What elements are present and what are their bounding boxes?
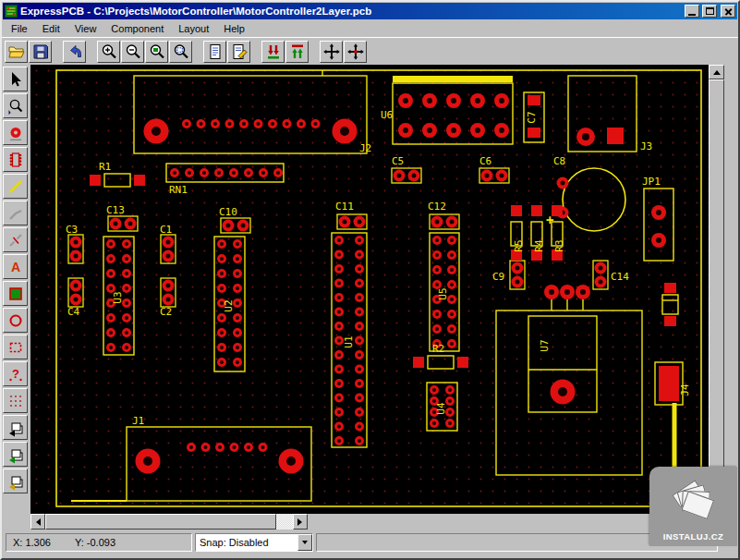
up-arrow-icon bbox=[713, 67, 721, 75]
tool-zoom[interactable] bbox=[3, 93, 28, 118]
pcb-label-J4: J4 bbox=[679, 383, 691, 396]
disconnect-icon bbox=[6, 231, 25, 250]
pcb-canvas[interactable]: J2U6C7J3C5C6C8+JP1R1RN1C13C10C11C12R5R4R… bbox=[30, 65, 709, 514]
zoom-in-icon bbox=[100, 43, 118, 61]
toolbar bbox=[2, 37, 738, 65]
right-filler bbox=[724, 65, 738, 514]
snap-value: Snap: Disabled bbox=[196, 537, 297, 548]
save-button[interactable] bbox=[29, 41, 52, 63]
right-arrow-icon bbox=[297, 518, 306, 526]
tool-place-rectangle[interactable] bbox=[3, 335, 28, 359]
zoom-board-button[interactable] bbox=[145, 41, 168, 63]
pcb-label-C2: C2 bbox=[160, 306, 172, 318]
tool-disconnect[interactable] bbox=[3, 227, 28, 252]
vertical-scroll-track[interactable] bbox=[709, 79, 724, 499]
tool-place-pad[interactable] bbox=[3, 120, 28, 145]
question-icon: ? bbox=[12, 367, 19, 381]
zoom-out-button[interactable] bbox=[121, 41, 144, 63]
tool-layer-black[interactable] bbox=[3, 415, 28, 440]
vertical-scrollbar[interactable] bbox=[709, 65, 724, 514]
menubar: File Edit View Component Layout Help bbox=[2, 20, 738, 37]
chevron-down-icon bbox=[302, 541, 308, 547]
undo-button[interactable] bbox=[63, 41, 86, 63]
component-properties-button[interactable] bbox=[227, 41, 250, 63]
page-pencil-icon bbox=[230, 43, 249, 61]
tool-place-plane[interactable] bbox=[3, 281, 28, 306]
menu-edit[interactable]: Edit bbox=[35, 21, 67, 36]
tool-place-text[interactable]: A bbox=[3, 254, 28, 279]
snap-dropdown[interactable]: Snap: Disabled bbox=[195, 533, 313, 552]
pcb-label-J1: J1 bbox=[132, 415, 144, 427]
pcb-label-J3: J3 bbox=[640, 140, 652, 152]
zoom-in-button[interactable] bbox=[97, 41, 120, 63]
center-button[interactable] bbox=[344, 41, 367, 63]
zoom-previous-button[interactable] bbox=[169, 41, 192, 63]
scroll-up-button[interactable] bbox=[709, 65, 724, 79]
corner-icon bbox=[6, 204, 25, 223]
installuj-watermark: INSTALUJ.CZ bbox=[649, 467, 737, 546]
circle-icon bbox=[6, 311, 25, 330]
bottom-layer-icon bbox=[288, 43, 307, 61]
scroll-right-button[interactable] bbox=[293, 514, 308, 530]
minimize-icon bbox=[688, 14, 696, 16]
close-button[interactable] bbox=[721, 5, 735, 18]
tool-place-circle[interactable] bbox=[3, 308, 28, 333]
minimize-button[interactable] bbox=[685, 5, 699, 18]
vertical-scroll-thumb[interactable] bbox=[709, 79, 724, 486]
pcb-label-U1: U1 bbox=[343, 335, 355, 347]
zoom-previous-icon bbox=[172, 43, 190, 61]
horizontal-scroll-track[interactable] bbox=[45, 514, 293, 530]
left-arrow-icon bbox=[32, 518, 41, 526]
tool-place-component[interactable] bbox=[3, 147, 28, 172]
open-button[interactable] bbox=[5, 41, 28, 63]
pan-button[interactable] bbox=[320, 41, 343, 63]
pcb-label-JP1: JP1 bbox=[642, 176, 661, 188]
horizontal-scrollbar[interactable] bbox=[30, 514, 308, 530]
menu-layout[interactable]: Layout bbox=[171, 21, 216, 36]
pcb-label-R5: R5 bbox=[513, 239, 525, 251]
plane-icon bbox=[6, 285, 25, 303]
horizontal-scroll-thumb[interactable] bbox=[45, 514, 276, 530]
maximize-button[interactable] bbox=[702, 5, 717, 18]
menu-component[interactable]: Component bbox=[103, 21, 171, 36]
board-properties-button[interactable] bbox=[203, 41, 226, 63]
pcb-label-U3: U3 bbox=[112, 291, 124, 303]
layers-green-icon bbox=[6, 445, 25, 464]
dropdown-button[interactable] bbox=[297, 534, 312, 551]
statusbar: X: 1.306 Y: -0.093 Snap: Disabled bbox=[2, 530, 738, 558]
pcb-label-C13: C13 bbox=[106, 204, 125, 216]
titlebar[interactable]: ExpressPCB - C:\Projects\MotorController… bbox=[3, 3, 737, 19]
pcb-label-R1: R1 bbox=[99, 161, 111, 173]
text-tool-icon: A bbox=[10, 260, 19, 274]
tool-layer-green[interactable] bbox=[3, 442, 28, 467]
tool-component-info[interactable]: ? bbox=[3, 361, 28, 386]
pcb-label-C8: C8 bbox=[553, 155, 565, 167]
menu-help[interactable]: Help bbox=[216, 21, 252, 36]
pcb-label-RN1: RN1 bbox=[169, 184, 188, 196]
menu-file[interactable]: File bbox=[4, 21, 35, 36]
pcb-label-C12: C12 bbox=[428, 201, 446, 213]
menu-view[interactable]: View bbox=[67, 21, 104, 36]
top-layer-button[interactable] bbox=[261, 41, 285, 63]
tool-palette: A ? bbox=[2, 65, 30, 514]
tool-select[interactable] bbox=[3, 67, 28, 91]
pcb-label-C3: C3 bbox=[66, 224, 78, 236]
pcb-label-J2: J2 bbox=[359, 142, 371, 154]
center-cross-icon bbox=[346, 43, 365, 61]
cursor-arrow-icon bbox=[6, 70, 25, 89]
pcb-label-C7: C7 bbox=[526, 111, 538, 123]
undo-arrow-icon bbox=[66, 43, 84, 61]
pad-icon bbox=[6, 124, 25, 142]
pcb-label-R4: R4 bbox=[533, 239, 545, 252]
tool-grid[interactable] bbox=[3, 388, 28, 413]
tool-place-trace[interactable] bbox=[3, 174, 28, 199]
pcb-label-C11: C11 bbox=[335, 201, 354, 213]
rectangle-icon bbox=[6, 338, 25, 357]
pcb-label-U7: U7 bbox=[539, 339, 551, 351]
tool-layer-yellow[interactable] bbox=[3, 469, 28, 493]
tool-place-corner[interactable] bbox=[3, 201, 28, 225]
scroll-left-button[interactable] bbox=[30, 514, 45, 530]
pcb-label-R3: R3 bbox=[553, 239, 565, 251]
bottom-layer-button[interactable] bbox=[285, 41, 309, 63]
expresspcb-window: ExpressPCB - C:\Projects\MotorController… bbox=[0, 0, 740, 560]
